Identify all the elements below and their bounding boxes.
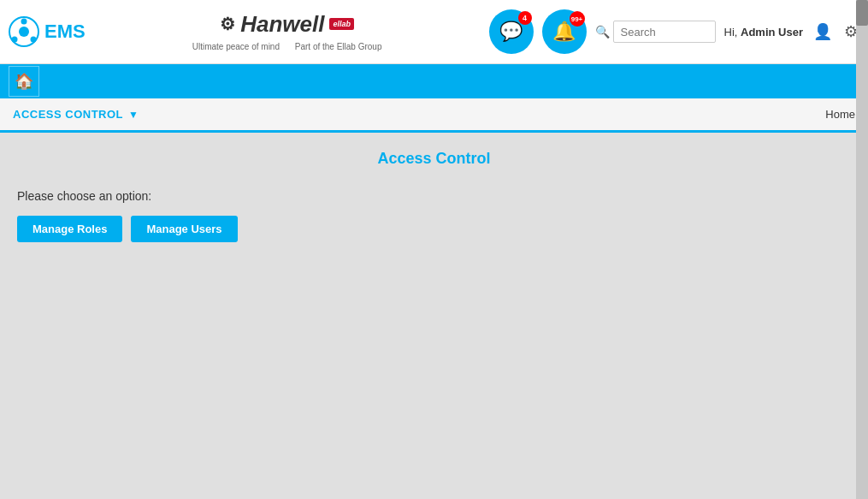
svg-point-3 bbox=[12, 37, 18, 43]
hanwell-sub: Ultimate peace of mind Part of the Ellab… bbox=[192, 38, 382, 53]
home-icon: 🏠 bbox=[15, 72, 33, 91]
hanwell-sub2: Part of the Ellab Group bbox=[295, 42, 382, 51]
top-header: EMS ⚙ Hanwell ellab Ultimate peace of mi… bbox=[0, 0, 868, 64]
hi-label: Hi, bbox=[724, 26, 738, 39]
user-name: Admin User bbox=[741, 26, 803, 39]
access-control-left: ACCESS CONTROL ▼ bbox=[13, 108, 139, 121]
chat-icon: 💬 bbox=[499, 21, 523, 43]
logo-area: EMS bbox=[9, 16, 86, 47]
page-title: Access Control bbox=[17, 150, 851, 168]
search-icon: 🔍 bbox=[595, 25, 610, 39]
chat-badge: 4 bbox=[518, 11, 532, 25]
svg-point-4 bbox=[31, 37, 37, 43]
search-input[interactable] bbox=[613, 21, 716, 43]
home-button[interactable]: 🏠 bbox=[9, 66, 39, 97]
ems-logo: EMS bbox=[9, 16, 86, 47]
user-icon: 👤 bbox=[813, 23, 832, 40]
right-header: 💬 4 🔔 99+ 🔍 Hi, Admin User 👤 ⚙ bbox=[489, 9, 859, 54]
hanwell-gear-icon: ⚙ bbox=[220, 14, 235, 34]
bell-notification-button[interactable]: 🔔 99+ bbox=[542, 9, 587, 54]
access-control-label: ACCESS CONTROL bbox=[13, 108, 123, 121]
access-control-bar: ACCESS CONTROL ▼ Home bbox=[0, 98, 868, 133]
search-area: 🔍 bbox=[595, 21, 716, 43]
choose-option-text: Please choose an option: bbox=[17, 189, 851, 203]
main-content: Access Control Please choose an option: … bbox=[0, 133, 868, 499]
manage-users-button[interactable]: Manage Users bbox=[131, 216, 237, 242]
ellab-badge: ellab bbox=[329, 18, 354, 30]
svg-point-1 bbox=[19, 27, 29, 37]
manage-roles-button[interactable]: Manage Roles bbox=[17, 216, 122, 242]
greeting-text: Hi, Admin User bbox=[724, 26, 803, 39]
nav-bar: 🏠 bbox=[0, 64, 868, 98]
bell-badge: 99+ bbox=[570, 11, 585, 27]
breadcrumb-home-link[interactable]: Home bbox=[825, 108, 855, 121]
hanwell-brand: Hanwell bbox=[240, 11, 324, 38]
user-profile-button[interactable]: 👤 bbox=[812, 21, 834, 43]
scrollbar-thumb[interactable] bbox=[856, 0, 868, 26]
hanwell-text: ⚙ Hanwell ellab bbox=[220, 11, 354, 38]
hanwell-sub1: Ultimate peace of mind bbox=[192, 42, 280, 51]
action-buttons-row: Manage Roles Manage Users bbox=[17, 216, 851, 242]
scrollbar[interactable] bbox=[856, 0, 868, 499]
chat-notification-button[interactable]: 💬 4 bbox=[489, 9, 534, 54]
ems-label: EMS bbox=[44, 21, 86, 43]
svg-point-2 bbox=[21, 19, 27, 25]
center-logo: ⚙ Hanwell ellab Ultimate peace of mind P… bbox=[192, 11, 382, 53]
dropdown-arrow-icon: ▼ bbox=[128, 109, 139, 121]
ems-logo-icon bbox=[9, 16, 39, 47]
